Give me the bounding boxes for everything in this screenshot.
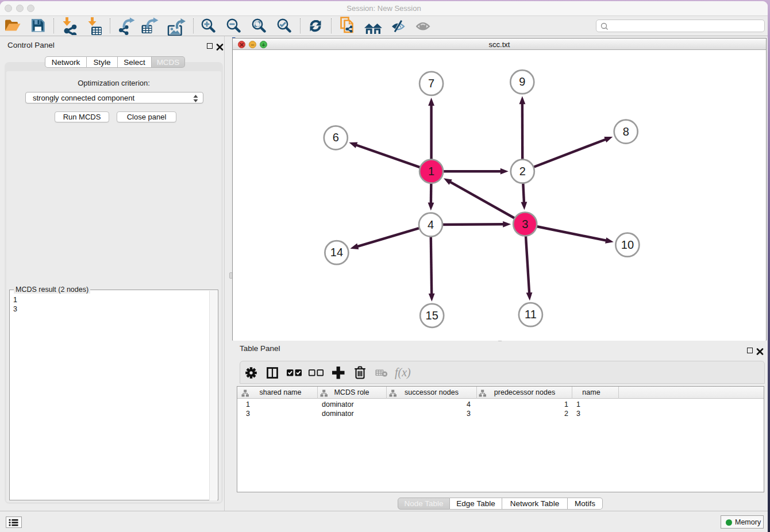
svg-text:7: 7 (428, 77, 434, 90)
svg-text:15: 15 (426, 309, 438, 322)
svg-text:1: 1 (428, 165, 434, 178)
svg-text:14: 14 (330, 246, 343, 259)
svg-text:2: 2 (519, 165, 526, 178)
svg-text:6: 6 (333, 131, 339, 144)
svg-text:4: 4 (428, 218, 434, 231)
svg-text:11: 11 (525, 308, 537, 321)
svg-text:8: 8 (623, 125, 629, 138)
svg-text:3: 3 (522, 218, 528, 230)
svg-text:10: 10 (621, 238, 634, 251)
svg-text:9: 9 (519, 75, 525, 88)
